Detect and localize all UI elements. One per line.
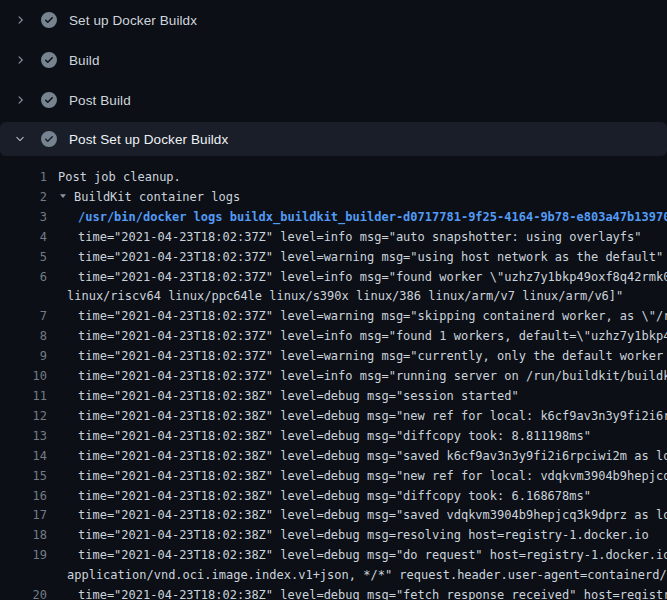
log-line-number[interactable]: 1 bbox=[0, 168, 47, 188]
log-line-text: time="2021-04-23T18:02:37Z" level=warnin… bbox=[47, 248, 663, 268]
log-line-number[interactable]: 11 bbox=[0, 387, 47, 407]
log-line-number bbox=[0, 566, 47, 586]
log-line: 8 time="2021-04-23T18:02:37Z" level=info… bbox=[0, 327, 667, 347]
log-line: 4 time="2021-04-23T18:02:37Z" level=info… bbox=[0, 228, 667, 248]
log-line-number[interactable]: 13 bbox=[0, 427, 47, 447]
log-line-number[interactable]: 14 bbox=[0, 447, 47, 467]
log-line-text: time="2021-04-23T18:02:38Z" level=debug … bbox=[47, 407, 667, 427]
log-line-number[interactable]: 8 bbox=[0, 327, 47, 347]
step-row-set-up-docker-buildx[interactable]: Set up Docker Buildx bbox=[0, 0, 667, 40]
log-line-text: time="2021-04-23T18:02:38Z" level=debug … bbox=[47, 487, 591, 507]
log-line-text: linux/riscv64 linux/ppc64le linux/s390x … bbox=[47, 287, 623, 307]
chevron-down-icon bbox=[13, 132, 27, 146]
check-circle-icon bbox=[41, 92, 57, 108]
log-line: 5 time="2021-04-23T18:02:37Z" level=warn… bbox=[0, 248, 667, 268]
log-line-wrap: application/vnd.oci.image.index.v1+json,… bbox=[0, 566, 667, 586]
log-line-number[interactable]: 16 bbox=[0, 487, 47, 507]
log-line-number[interactable]: 20 bbox=[0, 586, 47, 600]
log-line-number[interactable]: 2 bbox=[0, 188, 47, 208]
step-title: Set up Docker Buildx bbox=[69, 13, 197, 28]
log-line-number[interactable]: 5 bbox=[0, 248, 47, 268]
step-title: Post Set up Docker Buildx bbox=[69, 132, 228, 147]
log-line-number[interactable]: 19 bbox=[0, 546, 47, 566]
log-line: 14 time="2021-04-23T18:02:38Z" level=deb… bbox=[0, 447, 667, 467]
step-title: Build bbox=[69, 53, 100, 68]
log-line: 16 time="2021-04-23T18:02:38Z" level=deb… bbox=[0, 487, 667, 507]
log-line-text: time="2021-04-23T18:02:37Z" level=info m… bbox=[47, 327, 667, 347]
log-line-text: Post job cleanup. bbox=[47, 168, 181, 188]
step-row-build[interactable]: Build bbox=[0, 40, 667, 80]
log-line-text: time="2021-04-23T18:02:38Z" level=debug … bbox=[47, 447, 667, 467]
log-line-number[interactable]: 12 bbox=[0, 407, 47, 427]
check-circle-icon bbox=[41, 52, 57, 68]
log-line: 10 time="2021-04-23T18:02:37Z" level=inf… bbox=[0, 367, 667, 387]
log-line: 18 time="2021-04-23T18:02:38Z" level=deb… bbox=[0, 526, 667, 546]
log-line-number[interactable]: 7 bbox=[0, 307, 47, 327]
log-line-text: time="2021-04-23T18:02:38Z" level=debug … bbox=[47, 427, 591, 447]
log-line-text: time="2021-04-23T18:02:37Z" level=info m… bbox=[47, 268, 667, 288]
log-line-text: time="2021-04-23T18:02:38Z" level=debug … bbox=[47, 586, 667, 600]
log-line: 9 time="2021-04-23T18:02:37Z" level=warn… bbox=[0, 347, 667, 367]
log-line-number[interactable]: 15 bbox=[0, 467, 47, 487]
log-line-text: time="2021-04-23T18:02:38Z" level=debug … bbox=[47, 526, 649, 546]
log-line: 20 time="2021-04-23T18:02:38Z" level=deb… bbox=[0, 586, 667, 600]
log-lines-container: 1 Post job cleanup. 2 BuildKit container… bbox=[0, 160, 667, 600]
log-line-text: time="2021-04-23T18:02:37Z" level=info m… bbox=[47, 367, 667, 387]
log-line: 12 time="2021-04-23T18:02:38Z" level=deb… bbox=[0, 407, 667, 427]
chevron-right-icon bbox=[13, 53, 27, 67]
log-line: 1 Post job cleanup. bbox=[0, 168, 667, 188]
check-circle-icon bbox=[41, 131, 57, 147]
log-line-number[interactable]: 18 bbox=[0, 526, 47, 546]
log-line-text: application/vnd.oci.image.index.v1+json,… bbox=[47, 566, 667, 586]
log-line: 7 time="2021-04-23T18:02:37Z" level=warn… bbox=[0, 307, 667, 327]
log-line-text: time="2021-04-23T18:02:38Z" level=debug … bbox=[47, 506, 667, 526]
log-line-number[interactable]: 6 bbox=[0, 268, 47, 288]
log-line-text: time="2021-04-23T18:02:37Z" level=warnin… bbox=[47, 347, 667, 367]
log-line-text: BuildKit container logs bbox=[47, 188, 240, 208]
log-line-text: time="2021-04-23T18:02:38Z" level=debug … bbox=[47, 546, 667, 566]
log-line-number[interactable]: 3 bbox=[0, 208, 47, 228]
log-line: 19 time="2021-04-23T18:02:38Z" level=deb… bbox=[0, 546, 667, 566]
chevron-right-icon bbox=[13, 13, 27, 27]
log-line: 11 time="2021-04-23T18:02:38Z" level=deb… bbox=[0, 387, 667, 407]
step-title: Post Build bbox=[69, 93, 131, 108]
log-line: 3 /usr/bin/docker logs buildx_buildkit_b… bbox=[0, 208, 667, 228]
log-group-header[interactable]: 2 BuildKit container logs bbox=[0, 188, 667, 208]
log-line-text: time="2021-04-23T18:02:38Z" level=debug … bbox=[47, 387, 519, 407]
log-line-number[interactable]: 10 bbox=[0, 367, 47, 387]
log-line: 13 time="2021-04-23T18:02:38Z" level=deb… bbox=[0, 427, 667, 447]
log-line: 6 time="2021-04-23T18:02:37Z" level=info… bbox=[0, 268, 667, 288]
log-line: 15 time="2021-04-23T18:02:38Z" level=deb… bbox=[0, 467, 667, 487]
log-line-number[interactable]: 17 bbox=[0, 506, 47, 526]
chevron-right-icon bbox=[13, 93, 27, 107]
job-log-panel: { "colors": { "background": "#0c0f15", "… bbox=[0, 0, 667, 600]
log-line-text: time="2021-04-23T18:02:37Z" level=info m… bbox=[47, 228, 642, 248]
steps-list: Set up Docker Buildx Build Post Build Po… bbox=[0, 0, 667, 156]
log-line-number[interactable]: 4 bbox=[0, 228, 47, 248]
step-row-post-build[interactable]: Post Build bbox=[0, 80, 667, 120]
log-line-wrap: linux/riscv64 linux/ppc64le linux/s390x … bbox=[0, 287, 667, 307]
log-line-text: time="2021-04-23T18:02:38Z" level=debug … bbox=[47, 467, 667, 487]
log-line-text: time="2021-04-23T18:02:37Z" level=warnin… bbox=[47, 307, 667, 327]
step-row-post-set-up-docker-buildx[interactable]: Post Set up Docker Buildx bbox=[0, 122, 667, 156]
log-group-title: BuildKit container logs bbox=[74, 190, 240, 204]
check-circle-icon bbox=[41, 12, 57, 28]
log-line-number[interactable]: 9 bbox=[0, 347, 47, 367]
log-line-number bbox=[0, 287, 47, 307]
triangle-down-icon bbox=[58, 188, 68, 208]
log-line: 17 time="2021-04-23T18:02:38Z" level=deb… bbox=[0, 506, 667, 526]
log-line-text: /usr/bin/docker logs buildx_buildkit_bui… bbox=[47, 208, 667, 228]
